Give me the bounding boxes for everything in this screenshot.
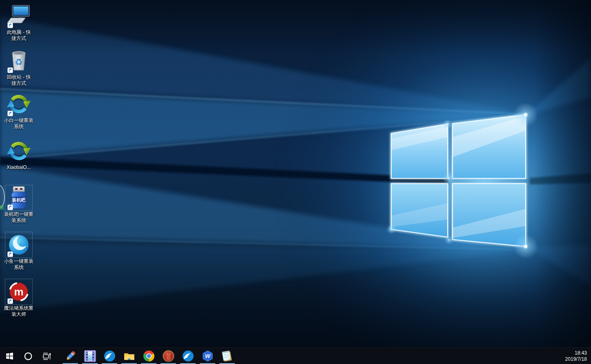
taskbar-app-file-explorer[interactable]: [119, 348, 139, 364]
desktop-icon-mofazhu[interactable]: m 魔法猪系统重 装大师: [0, 279, 38, 317]
wing-icon: [182, 350, 194, 362]
clock-date: 2019/7/18: [565, 356, 587, 362]
task-view-icon: [42, 351, 52, 361]
desktop-icon-zhuangjiba[interactable]: 装机吧 装机吧一键重 装系统: [0, 185, 38, 224]
wps-hexagon-icon: W: [202, 350, 214, 362]
windows-logo-icon: [6, 353, 13, 360]
desktop-icon-this-pc[interactable]: 此电脑 - 快 捷方式: [0, 3, 38, 42]
taskbar-app-notepad[interactable]: [217, 348, 237, 364]
desktop-icon-recycle-bin[interactable]: ♻ 回收站 - 快 捷方式: [0, 48, 38, 87]
taskbar-clock[interactable]: 18:43 2019/7/18: [565, 348, 587, 364]
chrome-icon: [143, 350, 155, 362]
red-round-icon: [163, 350, 174, 362]
icon-label: 小鱼一键重装 系统: [4, 258, 33, 271]
icon-label: 小白一键重装 系统: [4, 118, 33, 130]
film-strip-icon: [84, 350, 96, 362]
svg-text:♻: ♻: [15, 57, 23, 67]
taskbar-app-chrome[interactable]: [139, 348, 158, 364]
shortcut-arrow-icon: [7, 298, 13, 304]
notepad-icon: [221, 350, 233, 362]
task-view-button[interactable]: [38, 348, 56, 364]
icon-label: 回收站 - 快 捷方式: [7, 74, 31, 87]
taskbar-app-wps[interactable]: W: [198, 348, 217, 364]
desktop-icon-xiaobai-exe[interactable]: XiaobaiO...: [0, 138, 38, 171]
desktop-icon-xiaoyu[interactable]: 小鱼一键重装 系统: [0, 232, 38, 271]
sync-arrows-icon: [6, 138, 31, 164]
shortcut-arrow-icon: [7, 111, 13, 116]
folder-icon: [123, 350, 135, 362]
icon-label: XiaobaiO...: [7, 164, 31, 171]
clock-time: 18:43: [575, 350, 587, 356]
svg-text:装机吧: 装机吧: [12, 198, 26, 202]
search-circle-icon: [23, 351, 33, 361]
shortcut-arrow-icon: [7, 251, 13, 257]
wing-icon: [104, 350, 116, 362]
taskbar-app-wing-2[interactable]: [178, 348, 198, 364]
taskbar-app-wing[interactable]: [100, 348, 119, 364]
icon-label: 此电脑 - 快 捷方式: [7, 29, 31, 42]
taskbar: W 18:43 201: [0, 347, 591, 364]
desktop: 此电脑 - 快 捷方式 ♻ 回收站 - 快 捷方式: [0, 0, 591, 364]
shortcut-arrow-icon: [7, 204, 13, 210]
cortana-search-button[interactable]: [19, 348, 38, 364]
pencil-icon: [64, 350, 76, 362]
shortcut-arrow-icon: [7, 67, 13, 73]
svg-text:m: m: [14, 286, 23, 298]
start-button[interactable]: [0, 348, 19, 364]
windows-hero-wallpaper: [0, 0, 591, 364]
taskbar-app-video-player[interactable]: [80, 348, 100, 364]
svg-text:W: W: [205, 353, 211, 359]
taskbar-app-ink-pencil[interactable]: [60, 348, 80, 364]
taskbar-app-red-round[interactable]: [158, 348, 178, 364]
shortcut-arrow-icon: [7, 22, 13, 28]
icon-label: 装机吧一键重 装系统: [4, 211, 33, 224]
icon-label: 魔法猪系统重 装大师: [4, 305, 33, 317]
desktop-icon-xiaobai[interactable]: 小白一键重装 系统: [0, 91, 38, 130]
